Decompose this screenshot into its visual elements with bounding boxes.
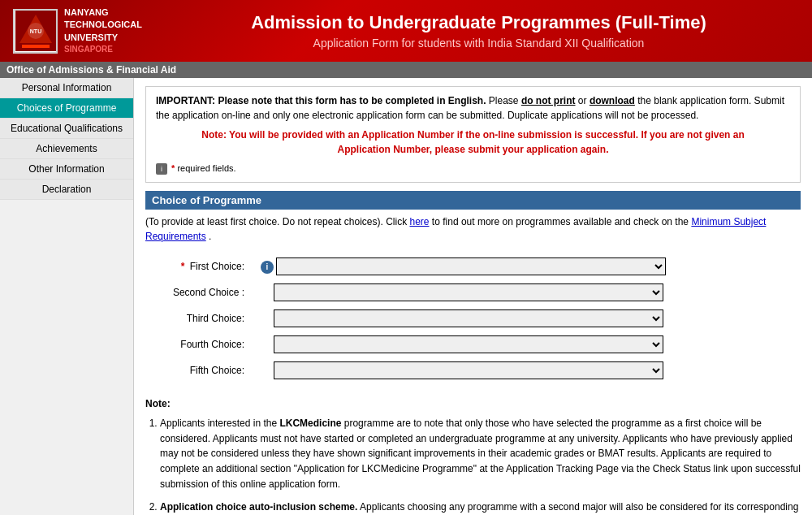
office-bar: Office of Admissions & Financial Aid bbox=[0, 62, 812, 78]
list-item: Application choice auto-inclusion scheme… bbox=[160, 500, 801, 515]
main-layout: Personal Information Choices of Programm… bbox=[0, 78, 812, 515]
page-title: Admission to Undergraduate Programmes (F… bbox=[158, 12, 799, 33]
sidebar: Personal Information Choices of Programm… bbox=[0, 78, 134, 515]
fourth-choice-label: Fourth Choice: bbox=[145, 331, 251, 357]
required-fields-note: i * required fields. bbox=[156, 162, 790, 175]
here-link[interactable]: here bbox=[409, 216, 429, 227]
important-notice-red: Note: You will be provided with an Appli… bbox=[156, 128, 790, 157]
first-choice-label: * First Choice: bbox=[145, 253, 251, 279]
svg-rect-4 bbox=[22, 45, 50, 48]
page-header: NTU NANYANG TECHNOLOGICAL UNIVERSITY SIN… bbox=[0, 0, 812, 62]
page-subtitle: Application Form for students with India… bbox=[158, 37, 799, 50]
table-row: * First Choice: i bbox=[145, 253, 801, 279]
notes-section: Note: Applicants interested in the LKCMe… bbox=[145, 396, 801, 515]
fifth-choice-label: Fifth Choice: bbox=[145, 357, 251, 383]
choice-instruction: (To provide at least first choice. Do no… bbox=[145, 214, 801, 244]
sidebar-item-educational-qualifications[interactable]: Educational Qualifications bbox=[0, 119, 133, 139]
table-row: Second Choice : bbox=[145, 279, 801, 305]
third-choice-label: Third Choice: bbox=[145, 305, 251, 331]
content-area: IMPORTANT: Please note that this form ha… bbox=[134, 78, 812, 515]
list-item: Applicants interested in the LKCMedicine… bbox=[160, 416, 801, 491]
logo-area: NTU NANYANG TECHNOLOGICAL UNIVERSITY SIN… bbox=[13, 6, 142, 55]
sidebar-item-declaration[interactable]: Declaration bbox=[0, 180, 133, 200]
second-choice-select[interactable] bbox=[274, 283, 663, 301]
first-choice-info-icon[interactable]: i bbox=[261, 261, 274, 274]
important-notice-text: IMPORTANT: Please note that this form ha… bbox=[156, 93, 790, 123]
sidebar-item-choices-of-programme[interactable]: Choices of Programme bbox=[0, 98, 133, 119]
sidebar-item-achievements[interactable]: Achievements bbox=[0, 139, 133, 159]
sidebar-item-personal-information[interactable]: Personal Information bbox=[0, 78, 133, 98]
important-notice-box: IMPORTANT: Please note that this form ha… bbox=[145, 86, 801, 183]
university-name: NANYANG TECHNOLOGICAL UNIVERSITY SINGAPO… bbox=[64, 6, 142, 55]
table-row: Third Choice: bbox=[145, 305, 801, 331]
third-choice-select[interactable] bbox=[274, 309, 663, 327]
first-choice-select[interactable] bbox=[276, 258, 666, 275]
choice-section-header: Choice of Programme bbox=[145, 191, 801, 210]
info-icon-small: i bbox=[156, 163, 167, 175]
university-logo: NTU bbox=[13, 9, 58, 54]
svg-text:NTU: NTU bbox=[29, 28, 41, 34]
fifth-choice-select[interactable] bbox=[274, 361, 663, 379]
table-row: Fourth Choice: bbox=[145, 331, 801, 357]
header-title-block: Admission to Undergraduate Programmes (F… bbox=[158, 12, 799, 50]
notes-list: Applicants interested in the LKCMedicine… bbox=[145, 416, 801, 515]
fourth-choice-select[interactable] bbox=[274, 335, 663, 353]
second-choice-label: Second Choice : bbox=[145, 279, 251, 305]
notes-title: Note: bbox=[145, 396, 801, 412]
sidebar-item-other-information[interactable]: Other Information bbox=[0, 159, 133, 180]
choice-form-table: * First Choice: i Second Choice : Thir bbox=[145, 253, 801, 383]
table-row: Fifth Choice: bbox=[145, 357, 801, 383]
